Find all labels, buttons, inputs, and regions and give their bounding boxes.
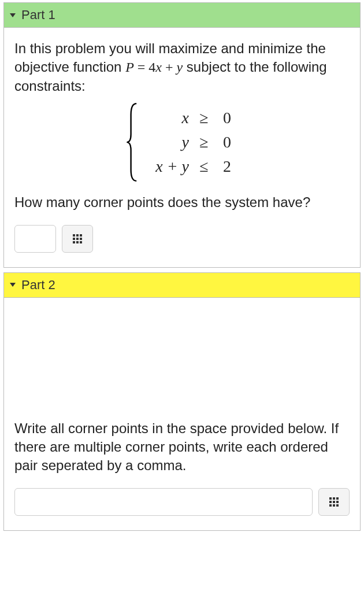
part2-panel: Part 2 Write all corner points in the sp… <box>3 272 361 531</box>
keypad-button[interactable] <box>62 225 93 253</box>
part1-header[interactable]: Part 1 <box>4 3 360 28</box>
part2-spacer <box>14 309 350 419</box>
part1-question: How many corner points does the system h… <box>14 193 350 212</box>
eq-sign: = <box>134 60 149 75</box>
keypad-icon <box>329 497 339 507</box>
constraint-row-2: y ≥ 0 <box>142 130 239 154</box>
keypad-button[interactable] <box>318 488 350 516</box>
constraint-row-1: x ≥ 0 <box>142 106 239 130</box>
c1-left: x <box>142 107 192 129</box>
constraints-system: x ≥ 0 y ≥ 0 x + y ≤ 2 <box>14 106 350 179</box>
corner-points-input[interactable] <box>14 488 313 516</box>
c2-op: ≥ <box>192 131 216 153</box>
corner-count-input[interactable] <box>14 225 56 253</box>
part1-panel: Part 1 In this problem you will maximize… <box>3 2 361 268</box>
left-brace-icon <box>125 102 139 182</box>
part2-header[interactable]: Part 2 <box>4 273 360 298</box>
part2-title: Part 2 <box>21 278 55 293</box>
c1-op: ≥ <box>192 107 216 129</box>
part2-body: Write all corner points in the space pro… <box>4 298 360 530</box>
c3-op: ≤ <box>192 156 216 178</box>
part1-input-row <box>14 225 350 253</box>
var-x: x <box>155 60 162 75</box>
plus-sign: + <box>162 60 177 75</box>
keypad-icon <box>73 234 82 243</box>
c2-right: 0 <box>216 131 239 153</box>
part2-input-row <box>14 488 350 516</box>
part1-body: In this problem you will maximize and mi… <box>4 28 360 267</box>
part2-prompt: Write all corner points in the space pro… <box>14 419 350 475</box>
c2-left: y <box>142 131 192 153</box>
c3-left: x + y <box>142 156 192 178</box>
caret-down-icon <box>10 283 16 287</box>
constraint-row-3: x + y ≤ 2 <box>142 154 239 179</box>
problem-statement: In this problem you will maximize and mi… <box>14 39 350 95</box>
part1-title: Part 1 <box>21 8 55 23</box>
c3-right: 2 <box>216 156 239 178</box>
coef-4: 4 <box>148 60 155 75</box>
caret-down-icon <box>10 13 16 17</box>
var-P: P <box>125 60 134 75</box>
var-y: y <box>177 60 183 75</box>
c1-right: 0 <box>216 107 239 129</box>
